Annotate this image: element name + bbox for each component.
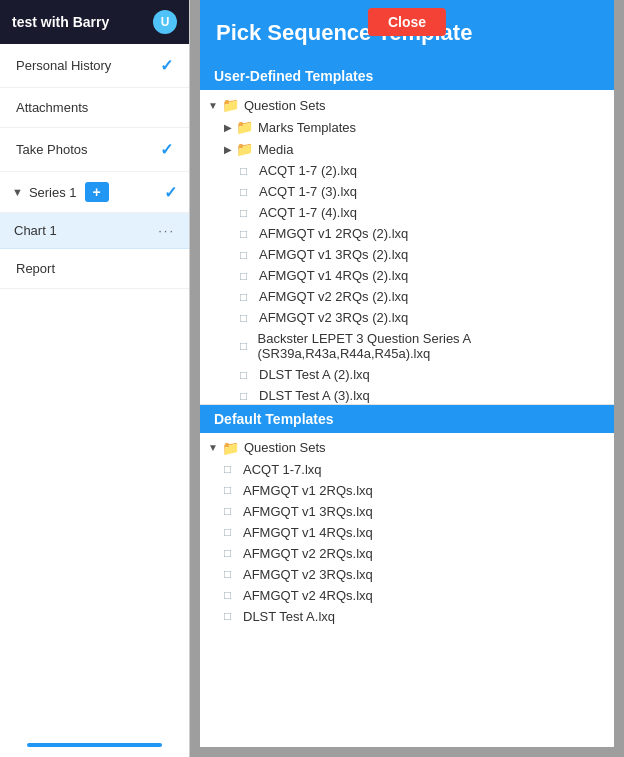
file-label: AFMGQT v1 4RQs (2).lxq bbox=[259, 268, 408, 283]
check-icon-series: ✓ bbox=[164, 183, 177, 202]
file-icon: □ bbox=[240, 269, 254, 283]
file-icon: □ bbox=[240, 290, 254, 304]
file-icon: □ bbox=[240, 185, 254, 199]
default-file-7[interactable]: □ AFMGQT v2 4RQs.lxq bbox=[200, 585, 614, 606]
file-icon: □ bbox=[224, 546, 238, 560]
file-label: AFMGQT v1 3RQs.lxq bbox=[243, 504, 373, 519]
chart-label: Chart 1 bbox=[14, 223, 57, 238]
user-tree-scroll[interactable]: ▼ 📁 Question Sets ▶ 📁 Marks Templates ▶ … bbox=[200, 90, 614, 405]
chart-row[interactable]: Chart 1 ··· bbox=[0, 213, 189, 249]
user-tree-file-9[interactable]: □ Backster LEPET 3 Question Series A (SR… bbox=[200, 328, 614, 364]
default-file-2[interactable]: □ AFMGQT v1 2RQs.lxq bbox=[200, 480, 614, 501]
file-label: DLST Test A (3).lxq bbox=[259, 388, 370, 403]
file-icon: □ bbox=[240, 248, 254, 262]
file-label: AFMGQT v1 2RQs.lxq bbox=[243, 483, 373, 498]
user-tree-item-marks[interactable]: ▶ 📁 Marks Templates bbox=[200, 116, 614, 138]
sidebar-item-label: Attachments bbox=[16, 100, 88, 115]
series-row: ▼ Series 1 + ✓ bbox=[0, 172, 189, 213]
user-tree-file-11[interactable]: □ DLST Test A (3).lxq bbox=[200, 385, 614, 405]
sidebar-header: test with Barry U bbox=[0, 0, 189, 44]
series-label: Series 1 bbox=[29, 185, 77, 200]
file-label: ACQT 1-7 (3).lxq bbox=[259, 184, 357, 199]
file-icon: □ bbox=[224, 483, 238, 497]
sidebar-item-attachments[interactable]: Attachments bbox=[0, 88, 189, 128]
file-label: AFMGQT v2 2RQs.lxq bbox=[243, 546, 373, 561]
sidebar-item-label: Personal History bbox=[16, 58, 111, 73]
series-arrow: ▼ bbox=[12, 186, 23, 198]
default-file-5[interactable]: □ AFMGQT v2 2RQs.lxq bbox=[200, 543, 614, 564]
sidebar-item-label: Take Photos bbox=[16, 142, 88, 157]
file-icon: □ bbox=[240, 227, 254, 241]
user-tree-file-3[interactable]: □ ACQT 1-7 (4).lxq bbox=[200, 202, 614, 223]
file-label: AFMGQT v2 4RQs.lxq bbox=[243, 588, 373, 603]
default-root-folder-label: Question Sets bbox=[244, 440, 326, 455]
main-area: Close Pick Sequence Template User-Define… bbox=[190, 0, 624, 757]
folder-arrow-icon: ▼ bbox=[208, 442, 218, 453]
file-label: ACQT 1-7 (4).lxq bbox=[259, 205, 357, 220]
file-icon: □ bbox=[224, 588, 238, 602]
file-icon: □ bbox=[240, 164, 254, 178]
sidebar: test with Barry U Personal History ✓ Att… bbox=[0, 0, 190, 757]
default-file-8[interactable]: □ DLST Test A.lxq bbox=[200, 606, 614, 627]
check-icon-personal-history: ✓ bbox=[160, 56, 173, 75]
user-tree-item-label: Media bbox=[258, 142, 293, 157]
folder-arrow-icon: ▶ bbox=[224, 122, 232, 133]
modal-panel: Pick Sequence Template User-Defined Temp… bbox=[200, 0, 614, 747]
check-icon-take-photos: ✓ bbox=[160, 140, 173, 159]
folder-icon: 📁 bbox=[236, 119, 253, 135]
sidebar-title: test with Barry bbox=[12, 14, 109, 30]
file-label: DLST Test A.lxq bbox=[243, 609, 335, 624]
file-label: ACQT 1-7.lxq bbox=[243, 462, 322, 477]
user-tree-file-5[interactable]: □ AFMGQT v1 3RQs (2).lxq bbox=[200, 244, 614, 265]
sidebar-item-personal-history[interactable]: Personal History ✓ bbox=[0, 44, 189, 88]
file-icon: □ bbox=[224, 504, 238, 518]
file-icon: □ bbox=[224, 567, 238, 581]
folder-arrow-icon: ▶ bbox=[224, 144, 232, 155]
report-label: Report bbox=[16, 261, 55, 276]
user-tree-file-1[interactable]: □ ACQT 1-7 (2).lxq bbox=[200, 160, 614, 181]
user-tree-file-10[interactable]: □ DLST Test A (2).lxq bbox=[200, 364, 614, 385]
user-tree-item-label: Marks Templates bbox=[258, 120, 356, 135]
user-tree-file-4[interactable]: □ AFMGQT v1 2RQs (2).lxq bbox=[200, 223, 614, 244]
file-icon: □ bbox=[240, 368, 254, 382]
file-icon: □ bbox=[224, 462, 238, 476]
default-tree-scroll[interactable]: ▼ 📁 Question Sets □ ACQT 1-7.lxq □ AFMGQ… bbox=[200, 433, 614, 748]
folder-icon: 📁 bbox=[222, 97, 239, 113]
user-tree-file-7[interactable]: □ AFMGQT v2 2RQs (2).lxq bbox=[200, 286, 614, 307]
user-defined-header: User-Defined Templates bbox=[200, 62, 614, 90]
file-label: AFMGQT v1 2RQs (2).lxq bbox=[259, 226, 408, 241]
user-defined-section: User-Defined Templates ▼ 📁 Question Sets… bbox=[200, 62, 614, 405]
file-label: AFMGQT v2 3RQs.lxq bbox=[243, 567, 373, 582]
sidebar-bottom bbox=[0, 733, 189, 757]
user-tree-file-6[interactable]: □ AFMGQT v1 4RQs (2).lxq bbox=[200, 265, 614, 286]
default-file-6[interactable]: □ AFMGQT v2 3RQs.lxq bbox=[200, 564, 614, 585]
user-root-folder[interactable]: ▼ 📁 Question Sets bbox=[200, 94, 614, 116]
file-label: DLST Test A (2).lxq bbox=[259, 367, 370, 382]
blue-bar bbox=[27, 743, 162, 747]
user-tree-file-2[interactable]: □ ACQT 1-7 (3).lxq bbox=[200, 181, 614, 202]
file-icon: □ bbox=[240, 206, 254, 220]
user-tree-file-8[interactable]: □ AFMGQT v2 3RQs (2).lxq bbox=[200, 307, 614, 328]
default-root-folder[interactable]: ▼ 📁 Question Sets bbox=[200, 437, 614, 459]
folder-arrow-icon: ▼ bbox=[208, 100, 218, 111]
chart-menu-dots[interactable]: ··· bbox=[158, 223, 175, 238]
default-section: Default Templates ▼ 📁 Question Sets □ AC… bbox=[200, 405, 614, 748]
series-add-button[interactable]: + bbox=[85, 182, 109, 202]
file-icon: □ bbox=[240, 311, 254, 325]
close-button-wrapper: Close bbox=[368, 8, 446, 36]
default-header: Default Templates bbox=[200, 405, 614, 433]
user-tree-item-media[interactable]: ▶ 📁 Media bbox=[200, 138, 614, 160]
file-label: AFMGQT v2 2RQs (2).lxq bbox=[259, 289, 408, 304]
user-icon: U bbox=[153, 10, 177, 34]
folder-icon: 📁 bbox=[236, 141, 253, 157]
file-icon: □ bbox=[224, 525, 238, 539]
file-icon: □ bbox=[240, 339, 253, 353]
sidebar-item-report[interactable]: Report bbox=[0, 249, 189, 289]
default-file-4[interactable]: □ AFMGQT v1 4RQs.lxq bbox=[200, 522, 614, 543]
user-root-folder-label: Question Sets bbox=[244, 98, 326, 113]
default-file-1[interactable]: □ ACQT 1-7.lxq bbox=[200, 459, 614, 480]
sidebar-item-take-photos[interactable]: Take Photos ✓ bbox=[0, 128, 189, 172]
file-label: AFMGQT v2 3RQs (2).lxq bbox=[259, 310, 408, 325]
default-file-3[interactable]: □ AFMGQT v1 3RQs.lxq bbox=[200, 501, 614, 522]
close-button[interactable]: Close bbox=[368, 8, 446, 36]
